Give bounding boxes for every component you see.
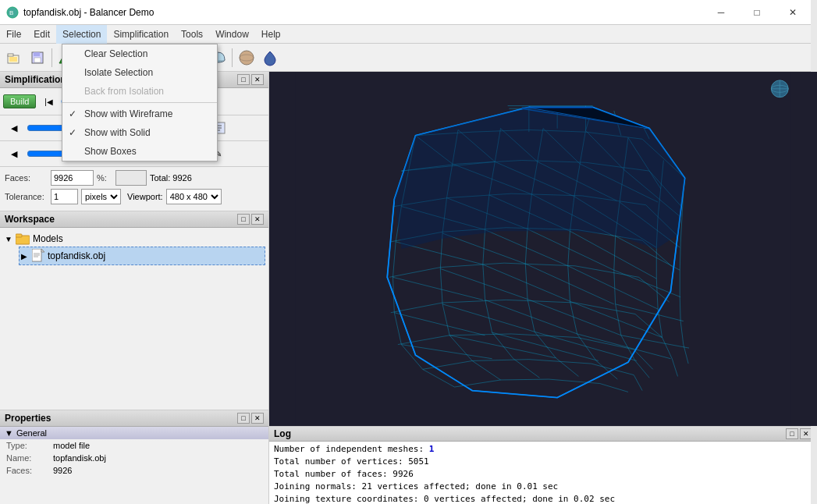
prev-start-btn[interactable]: |◀ [37,91,59,112]
simplification-title: Simplification [5,74,66,85]
workspace-restore-btn[interactable]: □ [237,214,250,225]
show-wireframe-label: Show with Wireframe [84,108,172,119]
tree-models-item[interactable]: ▼ Models [3,231,265,247]
menu-window[interactable]: Window [209,25,255,44]
title-bar: B topfandisk.obj - Balancer Demo ─ □ ✕ [0,0,817,25]
prop-name-row: Name: topfandisk.obj [0,452,268,464]
properties-content: ▼ General Type: model file Name: topfand… [0,427,268,504]
tolerance-label: Tolerance: [5,192,48,201]
tree-expand-icon: ▼ [5,235,12,243]
title-text: topfandisk.obj - Balancer Demo [23,7,154,18]
file-icon [32,249,44,263]
selection-dropdown: Clear Selection Isolate Selection Back f… [62,44,218,161]
wireframe-check: ✓ [69,108,76,119]
faces-label: Faces: [5,173,48,183]
globe-icon-svg [771,80,788,98]
log-line-4: Joining normals: 21 vertices affected; d… [274,481,812,493]
workspace-close-btn[interactable]: ✕ [251,214,264,225]
arrow-left-btn[interactable]: ◀ [3,117,25,139]
workspace-title: Workspace [5,214,55,225]
minimize-button[interactable]: ─ [703,0,739,25]
open-file-button[interactable] [3,47,25,69]
log-line-2: Total number of vertices: 5051 [274,456,812,468]
file-label: topfandisk.obj [48,250,105,261]
faces-row: Faces: %: Total: 9926 [5,170,264,186]
log-restore-btn[interactable]: □ [786,428,798,439]
menu-help[interactable]: Help [255,25,287,44]
svg-rect-7 [34,58,41,62]
workspace-panel: Workspace □ ✕ ▼ Models ▶ [0,211,268,410]
total-label: Total: 9926 [150,173,192,183]
percent-input[interactable] [115,170,147,186]
properties-header-controls: □ ✕ [237,413,264,424]
menu-bar: File Edit Selection Simplification Tools… [0,25,817,44]
menu-tools[interactable]: Tools [175,25,209,44]
log-line-5: Joining texture coordinates: 0 vertices … [274,493,812,504]
menu-file[interactable]: File [0,25,27,44]
arrow-left2-btn[interactable]: ◀ [3,143,25,165]
simplification-close-btn[interactable]: ✕ [251,74,264,85]
general-section-header: ▼ General [0,427,268,439]
tree-file-expand: ▶ [21,252,29,261]
log-content: Number of independent meshes: 1 Total nu… [269,442,817,504]
prop-faces-val: 9926 [53,466,72,475]
menu-clear-selection[interactable]: Clear Selection [62,44,217,63]
prop-type-val: model file [53,441,90,450]
tolerance-row: Tolerance: pixels mm Viewport: 480 x 480 [5,189,264,204]
simplification-header-controls: □ ✕ [237,74,264,85]
properties-title: Properties [5,413,51,424]
menu-selection[interactable]: Selection [56,25,107,44]
log-line-3: Total number of faces: 9926 [274,468,812,481]
percent-label: %: [97,173,112,183]
tree-file-item[interactable]: ▶ topfandisk.obj [19,247,265,265]
prop-name-key: Name: [6,453,53,463]
menu-show-solid[interactable]: ✓ Show with Solid [62,123,217,142]
drop-button[interactable] [259,47,281,69]
svg-point-21 [240,51,254,65]
tolerance-unit-select[interactable]: pixels mm [81,189,121,204]
models-label: Models [33,233,63,244]
svg-rect-4 [9,57,17,62]
prop-type-row: Type: model file [0,439,268,452]
prop-name-val: topfandisk.obj [53,453,106,463]
maximize-button[interactable]: □ [739,0,775,25]
simplification-controls: Faces: %: Total: 9926 Tolerance: pixels … [0,167,268,211]
viewport-label: Viewport: [127,192,163,201]
svg-text:B: B [9,9,13,16]
clear-selection-label: Clear Selection [84,48,147,59]
svg-rect-30 [16,234,22,237]
menu-show-boxes[interactable]: Show Boxes [62,142,217,161]
tolerance-input[interactable] [51,189,78,204]
folder-icon [16,232,30,245]
save-file-button[interactable] [27,47,48,69]
simplification-restore-btn[interactable]: □ [237,74,250,85]
log-header: Log □ ✕ [269,427,817,442]
content-area: Log □ ✕ Number of independent meshes: 1 … [269,72,817,504]
menu-show-wireframe[interactable]: ✓ Show with Wireframe [62,105,217,123]
show-solid-label: Show with Solid [84,127,151,138]
workspace-header: Workspace □ ✕ [0,211,268,228]
menu-edit[interactable]: Edit [27,25,56,44]
viewport[interactable] [269,72,817,426]
properties-panel: Properties □ ✕ ▼ General Type: model fil… [0,410,268,504]
general-label: General [16,428,47,438]
isolate-selection-label: Isolate Selection [84,67,153,78]
general-collapse-icon: ▼ [5,428,13,438]
dropdown-sep1 [62,102,217,103]
properties-close-btn[interactable]: ✕ [251,413,264,424]
app-icon: B [6,6,19,19]
close-button[interactable]: ✕ [775,0,811,25]
workspace-tree: ▼ Models ▶ topfan [0,228,268,410]
properties-restore-btn[interactable]: □ [237,413,250,424]
viewport-select[interactable]: 480 x 480 [166,189,222,204]
toolbar-sep1 [52,48,52,67]
prop-faces-row: Faces: 9926 [0,464,268,477]
faces-input[interactable] [51,170,94,186]
prop-type-key: Type: [6,441,53,450]
menu-back-from-isolation[interactable]: Back from Isolation [62,82,217,101]
build-button[interactable]: Build [3,94,36,108]
menu-simplification[interactable]: Simplification [107,25,175,44]
sphere-button[interactable] [236,47,258,69]
menu-isolate-selection[interactable]: Isolate Selection [62,63,217,82]
svg-rect-6 [34,52,40,56]
